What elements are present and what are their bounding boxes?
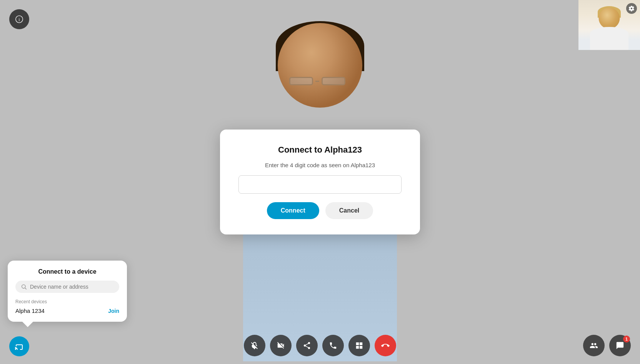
modal-overlay: Connect to Alpha123 Enter the 4 digit co… [0,0,640,364]
code-input[interactable] [238,175,402,194]
modal-subtitle: Enter the 4 digit code as seen on Alpha1… [265,162,375,168]
connect-button[interactable]: Connect [267,202,319,219]
modal-actions: Connect Cancel [267,202,373,219]
modal-title: Connect to Alpha123 [278,145,362,155]
connect-modal: Connect to Alpha123 Enter the 4 digit co… [220,130,420,234]
cancel-button[interactable]: Cancel [325,202,373,219]
